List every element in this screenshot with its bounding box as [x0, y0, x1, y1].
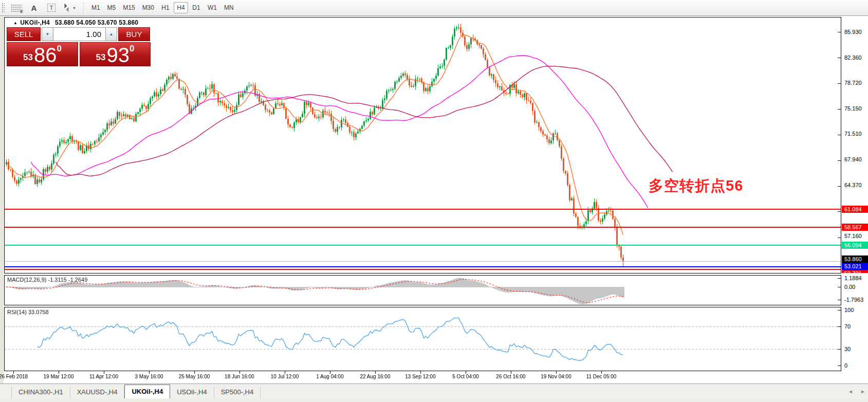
tab-scroll-right-icon[interactable]: ► [860, 389, 865, 394]
arrow-objects-button[interactable]: ▼ [62, 2, 76, 14]
text-label-button[interactable]: T [45, 2, 58, 14]
date-label: 10 Jul 12:00 [271, 374, 299, 379]
ask-sup-digit: 0 [130, 44, 134, 54]
tab-usoil-h4[interactable]: USOil-,H4 [170, 387, 214, 398]
time-axis: 26 Feb 2018 19 Mar 12:00 11 Apr 12:00 3 … [4, 371, 841, 383]
timeframe-h4-button[interactable]: H4 [174, 2, 188, 13]
chart-text-annotation[interactable]: 多空转折点56 [649, 176, 743, 196]
macd-axis-min: -1.7963 [844, 297, 863, 303]
bid-price-box[interactable]: 53 86 0 [7, 42, 78, 66]
macd-title-text: MACD(12,26,9) [7, 277, 46, 283]
top-toolbar: F A T ▼ M1 M5 M15 M30 H1 H4 D1 W1 MN [0, 0, 868, 16]
bid-big-digits: 86 [34, 46, 57, 64]
tab-china300-h1[interactable]: CHINA300-,H1 [11, 387, 70, 398]
timeframe-mn-button[interactable]: MN [221, 2, 237, 13]
date-label: 18 Jun 16:00 [225, 374, 254, 379]
dropdown-arrow-icon[interactable]: ▼ [72, 6, 76, 10]
level-price-badge: 53.021 [842, 263, 868, 270]
rsi-value: 33.0758 [28, 309, 49, 315]
window-left-border [0, 16, 4, 383]
date-label: 22 Aug 16:00 [360, 374, 391, 379]
timeframe-w1-button[interactable]: W1 [205, 2, 220, 13]
date-label: 1 Aug 04:00 [316, 374, 343, 379]
rsi-axis-30: 30 [844, 346, 851, 353]
price-badges: 61.084 58.567 56.094 53.860 53.021 52.72… [842, 17, 868, 273]
bid-sup-digit: 0 [57, 44, 61, 54]
grid-f-label: F [21, 9, 24, 14]
resistance-price-badge: 58.567 [842, 224, 868, 231]
date-label: 5 Oct 04:00 [452, 374, 479, 379]
grid-icon: F [11, 4, 22, 12]
ask-prefix: 53 [96, 52, 106, 63]
symbol-name: UKOil-,H4 [20, 19, 50, 26]
timeframe-m1-button[interactable]: M1 [88, 2, 103, 13]
date-label: 11 Dec 05:00 [586, 374, 617, 379]
toolbar-separator [83, 2, 84, 13]
rsi-axis-0: 0 [844, 362, 847, 369]
date-label: 19 Nov 04:00 [541, 374, 571, 379]
date-label: 26 Feb 2018 [0, 374, 28, 379]
symbol-ohlc-values: 53.680 54.050 53.670 53.860 [55, 19, 138, 26]
macd-values: -1.3115 -1.2649 [48, 277, 87, 283]
ask-price-box[interactable]: 53 93 0 [80, 42, 151, 66]
date-label: 25 May 16:00 [179, 374, 210, 379]
status-strip [0, 398, 868, 402]
volume-input[interactable] [53, 27, 105, 41]
ask-big-digits: 93 [106, 46, 130, 64]
spin-down-icon: ▼ [46, 32, 50, 36]
timeframe-d1-button[interactable]: D1 [189, 2, 204, 13]
support-price-badge: 56.094 [842, 242, 868, 249]
date-label: 3 May 16:00 [135, 374, 163, 379]
tab-sp500-h4[interactable]: SP500-,H4 [214, 387, 261, 398]
one-click-trade-panel: SELL ▼ ▲ BUY 53 86 0 53 93 0 [7, 27, 151, 66]
macd-axis-max: 1.1884 [844, 275, 862, 282]
toolbar-grip[interactable] [2, 3, 5, 13]
date-label: 19 Mar 12:00 [44, 374, 74, 379]
resistance-price-badge: 61.084 [842, 206, 868, 213]
symbol-header: ▲UKOil-,H453.680 54.050 53.670 53.860 [13, 19, 138, 26]
letter-t-icon: T [47, 4, 56, 12]
timeframe-m30-button[interactable]: M30 [139, 2, 157, 13]
chart-canvas[interactable] [4, 17, 841, 383]
buy-button[interactable]: BUY [118, 27, 150, 41]
timeframe-m15-button[interactable]: M15 [120, 2, 138, 13]
date-label: 13 Sep 12:00 [405, 374, 436, 379]
rsi-axis-100: 100 [844, 307, 854, 314]
date-label: 26 Oct 16:00 [496, 374, 525, 379]
symbol-collapse-icon[interactable]: ▲ [13, 21, 17, 25]
chart-tabs-bar: CHINA300-,H1 XAUUSD-,H4 UKOil-,H4 USOil-… [0, 383, 868, 398]
date-label: 11 Apr 12:00 [89, 374, 118, 379]
spin-up-icon: ▲ [109, 32, 114, 36]
rsi-label: RSI(14) 33.0758 [7, 309, 49, 315]
macd-label: MACD(12,26,9) -1.3115 -1.2649 [7, 277, 87, 283]
timeframe-h1-button[interactable]: H1 [158, 2, 173, 13]
timeframe-m5-button[interactable]: M5 [104, 2, 119, 13]
volume-increase-button[interactable]: ▲ [105, 27, 117, 41]
last-price-badge: 53.860 [842, 255, 868, 263]
macd-axis-zero: 0.00 [844, 284, 855, 290]
rsi-axis-70: 70 [844, 323, 851, 330]
tab-scroll-left-icon[interactable]: ◄ [848, 389, 853, 394]
clipped-price-badge: 52.721 [842, 270, 868, 273]
text-annotation-button[interactable]: A [27, 2, 41, 14]
rsi-title-text: RSI(14) [7, 309, 27, 315]
sell-button[interactable]: SELL [7, 27, 41, 41]
chart-grid-tool-button[interactable]: F [10, 2, 23, 14]
arrows-icon [62, 4, 70, 11]
volume-decrease-button[interactable]: ▼ [42, 27, 53, 41]
bid-prefix: 53 [23, 52, 33, 63]
tab-ukoil-h4[interactable]: UKOil-,H4 [124, 385, 170, 398]
tab-xauusd-h4[interactable]: XAUUSD-,H4 [70, 387, 125, 398]
letter-a-icon: A [31, 4, 37, 12]
